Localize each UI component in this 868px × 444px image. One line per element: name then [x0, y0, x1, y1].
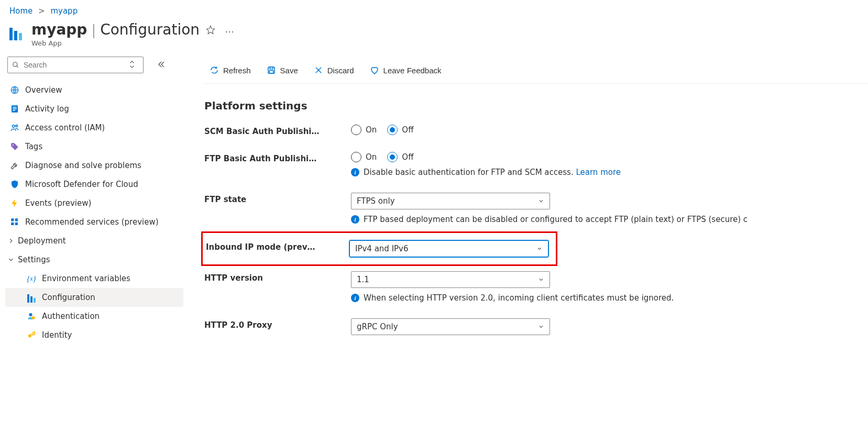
- radio-label: On: [366, 152, 377, 162]
- person-icon: [26, 311, 37, 321]
- page-title-section: Configuration: [100, 21, 200, 38]
- shield-icon: [9, 179, 20, 190]
- svg-rect-20: [269, 71, 273, 73]
- breadcrumb-home[interactable]: Home: [9, 6, 32, 16]
- sidebar-item-tags[interactable]: Tags: [5, 137, 183, 156]
- svg-marker-0: [207, 26, 215, 34]
- sidebar-search[interactable]: [7, 57, 144, 73]
- radio-label: Off: [402, 125, 413, 135]
- info-icon: i: [351, 215, 359, 224]
- svg-rect-19: [270, 67, 273, 69]
- radio-ftp-off[interactable]: Off: [387, 152, 413, 162]
- sidebar-group-settings[interactable]: Settings: [5, 250, 183, 269]
- sidebar: Overview Activity log Access control (IA…: [0, 57, 189, 345]
- key-icon: [26, 330, 37, 340]
- field-http-version: HTTP version 1.1 i When selecting HTTP v…: [204, 271, 868, 303]
- sidebar-item-events[interactable]: Events (preview): [5, 194, 183, 213]
- sidebar-item-label: Tags: [25, 141, 42, 152]
- svg-point-1: [13, 62, 17, 66]
- info-icon: i: [351, 168, 359, 176]
- sidebar-item-defender[interactable]: Microsoft Defender for Cloud: [5, 175, 183, 194]
- sidebar-group-deployment[interactable]: Deployment: [5, 231, 183, 250]
- info-icon: i: [351, 294, 359, 302]
- heart-icon: [370, 65, 379, 75]
- info-auth: i Disable basic authentication for FTP a…: [351, 168, 868, 177]
- select-value: gRPC Only: [357, 322, 398, 331]
- svg-rect-11: [11, 218, 14, 221]
- sidebar-item-envvars[interactable]: {x} Environment variables: [5, 269, 183, 288]
- svg-line-2: [17, 66, 18, 68]
- collapse-sidebar-button[interactable]: [154, 57, 169, 73]
- field-label: HTTP version: [204, 271, 351, 283]
- sidebar-item-label: Deployment: [18, 236, 66, 246]
- svg-rect-14: [15, 223, 18, 225]
- toolbar-label: Discard: [327, 66, 354, 75]
- grid-icon: [9, 217, 20, 227]
- field-inbound-ip: Inbound IP mode (prev… IPv4 and IPv6: [203, 240, 551, 257]
- section-title: Platform settings: [204, 99, 868, 112]
- svg-rect-13: [11, 223, 14, 225]
- field-ftp-state: FTP state FTPS only i FTP based deployme…: [204, 193, 868, 224]
- select-inbound-ip[interactable]: IPv4 and IPv6: [349, 240, 548, 257]
- field-scm-auth: SCM Basic Auth Publishi… On Off: [204, 125, 868, 136]
- radio-label: On: [366, 125, 377, 135]
- sidebar-item-overview[interactable]: Overview: [5, 81, 183, 99]
- wrench-icon: [9, 160, 20, 171]
- sidebar-item-authentication[interactable]: Authentication: [5, 307, 183, 326]
- radio-scm-off[interactable]: Off: [387, 125, 413, 135]
- breadcrumb-app[interactable]: myapp: [50, 6, 78, 16]
- save-button[interactable]: Save: [261, 62, 303, 78]
- svg-rect-5: [13, 107, 17, 108]
- info-text: Disable basic authentication for FTP and…: [364, 168, 574, 177]
- tag-icon: [9, 141, 20, 152]
- sidebar-item-iam[interactable]: Access control (IAM): [5, 118, 183, 137]
- search-input[interactable]: [23, 60, 128, 70]
- svg-point-9: [16, 125, 18, 127]
- learn-more-link[interactable]: Learn more: [576, 168, 621, 177]
- radio-icon: [387, 152, 398, 162]
- select-http2-proxy[interactable]: gRPC Only: [351, 318, 550, 335]
- field-label: FTP Basic Auth Publishi…: [204, 152, 351, 163]
- field-label: SCM Basic Auth Publishi…: [204, 125, 351, 136]
- sidebar-item-configuration[interactable]: Configuration: [5, 288, 183, 307]
- more-button[interactable]: ⋯: [222, 24, 237, 39]
- feedback-button[interactable]: Leave Feedback: [365, 62, 447, 78]
- star-icon: [206, 25, 215, 35]
- field-http2-proxy: HTTP 2.0 Proxy gRPC Only: [204, 318, 868, 335]
- toolbar-label: Leave Feedback: [383, 66, 442, 75]
- radio-icon: [387, 125, 398, 135]
- radio-scm-on[interactable]: On: [351, 125, 377, 135]
- svg-point-16: [32, 316, 35, 319]
- favorite-button[interactable]: [203, 23, 218, 39]
- close-icon: [314, 65, 323, 75]
- chevron-down-icon: [7, 256, 15, 263]
- toolbar: Refresh Save Discard Leave Feedback: [204, 57, 868, 84]
- toolbar-label: Save: [280, 66, 298, 75]
- select-value: 1.1: [357, 275, 369, 284]
- sidebar-item-identity[interactable]: Identity: [5, 326, 183, 345]
- app-service-icon: [9, 27, 24, 41]
- save-icon: [267, 65, 276, 75]
- sidebar-item-label: Access control (IAM): [25, 123, 105, 133]
- select-ftp-state[interactable]: FTPS only: [351, 193, 550, 209]
- sidebar-item-recommended[interactable]: Recommended services (preview): [5, 213, 183, 231]
- field-label: FTP state: [204, 193, 351, 204]
- field-label: HTTP 2.0 Proxy: [204, 318, 351, 330]
- sidebar-item-label: Recommended services (preview): [25, 217, 159, 227]
- radio-icon: [351, 152, 361, 162]
- sidebar-item-label: Environment variables: [42, 273, 130, 284]
- page-header: myapp | Configuration ⋯ Web App: [0, 21, 868, 57]
- select-value: IPv4 and IPv6: [355, 244, 409, 253]
- sidebar-item-diagnose[interactable]: Diagnose and solve problems: [5, 156, 183, 175]
- info-http-version: i When selecting HTTP version 2.0, incom…: [351, 293, 868, 303]
- people-icon: [9, 123, 20, 133]
- refresh-button[interactable]: Refresh: [204, 62, 256, 78]
- info-text: FTP based deployment can be disabled or …: [364, 215, 748, 224]
- chevron-down-icon: [538, 324, 544, 330]
- updown-icon: [128, 61, 139, 70]
- sidebar-item-activity[interactable]: Activity log: [5, 99, 183, 118]
- svg-rect-7: [13, 110, 15, 111]
- radio-ftp-on[interactable]: On: [351, 152, 377, 162]
- discard-button[interactable]: Discard: [309, 62, 359, 78]
- select-http-version[interactable]: 1.1: [351, 271, 550, 288]
